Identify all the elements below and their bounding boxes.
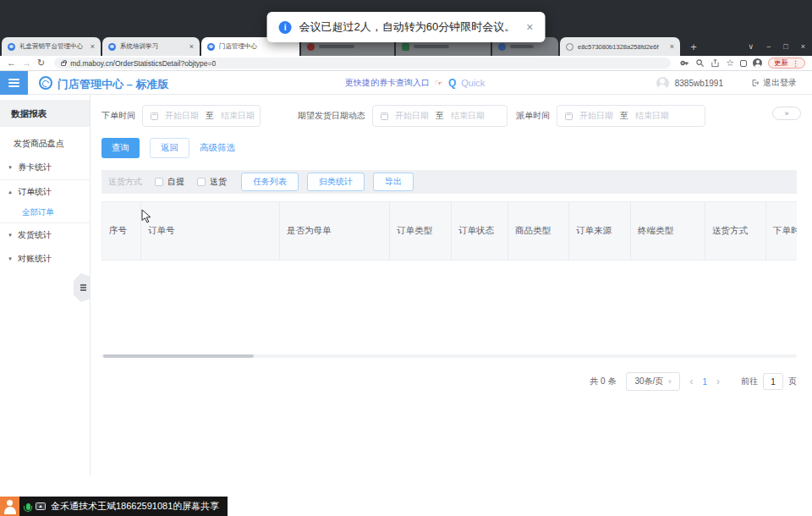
sidebar-item-label: 券卡统计 [18,162,52,173]
calendar-icon [381,113,388,120]
globe-favicon [566,43,573,51]
order-time-range-input[interactable]: 开始日期 至 结束日期 [142,105,261,127]
sidebar-section-title: 数据报表 [0,100,90,127]
sidebar-item-delivery-stats[interactable]: ▾ 发货统计 [0,223,90,247]
sidebar-item-order-stats[interactable]: ▴ 订单统计 [0,179,90,203]
quick-label[interactable]: Quick [461,78,485,88]
goto-page-input[interactable] [763,373,783,390]
column-header-order-status: 订单状态 [452,202,508,260]
chevron-down-icon: ▾ [7,255,14,262]
column-header-order-time: 下单时间 [766,202,797,260]
end-date-placeholder: 结束日期 [451,110,485,122]
side-panel-icon[interactable] [740,60,747,67]
calendar-icon [151,113,158,120]
browser-urlbar: ← → ↻ md.maboy.cn/OrderStatisticsDetail?… [0,56,812,71]
tab-close-icon[interactable]: × [91,43,95,51]
meeting-toast: i 会议已超过2人，自动转为60分钟限时会议。 × [267,12,546,42]
password-key-icon[interactable] [680,58,689,68]
expand-filters-button[interactable]: » [772,107,801,120]
tab-close-icon[interactable]: × [189,43,194,51]
screen-share-bar: 金禾通技术王斌18662591081的屏幕共享 [0,497,228,516]
chevron-down-icon: ▾ [7,232,14,239]
filter-label: 期望发货日期动态 [298,110,365,122]
export-button[interactable]: 导出 [373,173,414,191]
profile-avatar-icon[interactable] [753,58,762,68]
filter-label: 下单时间 [102,110,135,122]
toolbar: 送货方式 自提 送货 任务列表 归类统计 导出 [102,170,797,194]
site-favicon [498,43,506,51]
logout-button[interactable]: 退出登录 [751,77,797,89]
site-favicon [108,43,116,51]
page-size-select[interactable]: 30条/页 ∨ [626,372,680,391]
chrome-update-button[interactable]: 更新 ⋮ [768,58,805,69]
sidebar-item-label: 发货统计 [18,229,52,241]
site-favicon [402,43,409,51]
column-header-parent-order: 是否为母单 [280,202,390,260]
obscured-tab-title [414,45,449,48]
update-label: 更新 [774,58,788,69]
delivery-checkbox[interactable] [197,178,206,186]
current-page[interactable]: 1 [702,377,707,387]
new-tab-button[interactable]: + [687,40,700,53]
bookmark-star-icon[interactable]: ☆ [726,58,734,68]
prev-page-button[interactable]: ‹ [689,376,693,387]
lock-icon [61,62,66,66]
back-button[interactable]: 返回 [150,138,189,158]
tab-search-icon[interactable]: ∨ [748,42,754,51]
category-stats-button[interactable]: 归类统计 [307,173,365,191]
start-date-placeholder: 开始日期 [579,110,613,122]
browser-tab-hash[interactable]: e8c573080b1328a258fd2e6f × [560,37,680,56]
card-query-entry-link[interactable]: 更快捷的券卡查询入口 [345,77,430,89]
sidebar-toggle-button[interactable] [0,71,28,95]
sidebar-item-shipping-inventory[interactable]: 发货商品盘点 [0,132,90,156]
total-count: 共 0 条 [590,376,616,387]
query-button[interactable]: 查询 [102,138,140,158]
self-pickup-checkbox[interactable] [155,178,163,186]
close-window-button[interactable]: × [801,42,805,51]
end-date-placeholder: 结束日期 [635,110,669,122]
sidebar-collapse-handle[interactable] [74,273,90,302]
start-date-placeholder: 开始日期 [165,110,199,122]
expected-ship-date-range-input[interactable]: 开始日期 至 结束日期 [372,105,508,127]
toast-close-icon[interactable]: × [526,20,533,34]
scrollbar-thumb[interactable] [103,354,254,358]
browser-tab-gift-platform[interactable]: 礼盒营销平台管理中心 × [2,37,101,56]
range-separator: 至 [206,110,214,122]
handle-lines-icon [80,284,86,290]
sidebar: 数据报表 发货商品盘点 ▾ 券卡统计 ▴ 订单统计 全部订单 ▾ 发货统计 ▾ … [0,95,91,476]
column-header-seq: 序号 [102,202,141,260]
username: 8385wb1991 [675,79,723,88]
maximize-button[interactable]: □ [783,42,787,51]
app-logo-icon [39,76,52,90]
sidebar-item-all-orders-active[interactable]: 全部订单 [0,203,90,223]
dispatch-time-range-input[interactable]: 开始日期 至 结束日期 [557,105,705,127]
screen-share-text: 金禾通技术王斌18662591081的屏幕共享 [51,500,219,513]
info-icon: i [279,21,292,34]
tab-close-icon[interactable]: × [670,43,674,51]
checkbox-label[interactable]: 自提 [167,176,184,188]
start-date-placeholder: 开始日期 [395,110,429,122]
tab-title: 门店管理中心 [219,42,294,51]
menu-kebab-icon[interactable]: ⋮ [792,59,799,68]
minimize-button[interactable]: − [766,42,771,51]
task-list-button[interactable]: 任务列表 [241,173,299,191]
checkbox-label[interactable]: 送货 [210,176,227,188]
reload-icon[interactable]: ↻ [37,58,45,68]
url-text: md.maboy.cn/OrderStatisticsDetail?objtyp… [70,59,216,68]
sidebar-item-reconciliation-stats[interactable]: ▾ 对账统计 [0,247,90,271]
address-bar[interactable]: md.maboy.cn/OrderStatisticsDetail?objtyp… [54,58,671,69]
orders-table: 序号 订单号 是否为母单 订单类型 订单状态 商品类型 订单来源 终端类型 送货… [102,201,797,358]
browser-tab-training[interactable]: 系统培训学习 × [102,37,200,56]
app-header: 门店管理中心 – 标准版 更快捷的券卡查询入口 ☞ Q Quick 8385wb… [0,71,812,95]
quick-search-icon[interactable]: Q [448,77,456,89]
horizontal-scrollbar[interactable] [102,354,797,358]
sidebar-item-coupon-stats[interactable]: ▾ 券卡统计 [0,156,90,179]
zoom-icon[interactable] [695,58,705,68]
site-favicon [8,43,15,51]
share-icon[interactable] [710,58,720,68]
tab-title: 系统培训学习 [120,42,185,51]
back-icon[interactable]: ← [7,58,16,68]
table-header-row: 序号 订单号 是否为母单 订单类型 订单状态 商品类型 订单来源 终端类型 送货… [102,201,797,261]
next-page-button[interactable]: › [716,376,720,387]
advanced-filter-link[interactable]: 高级筛选 [200,142,235,154]
